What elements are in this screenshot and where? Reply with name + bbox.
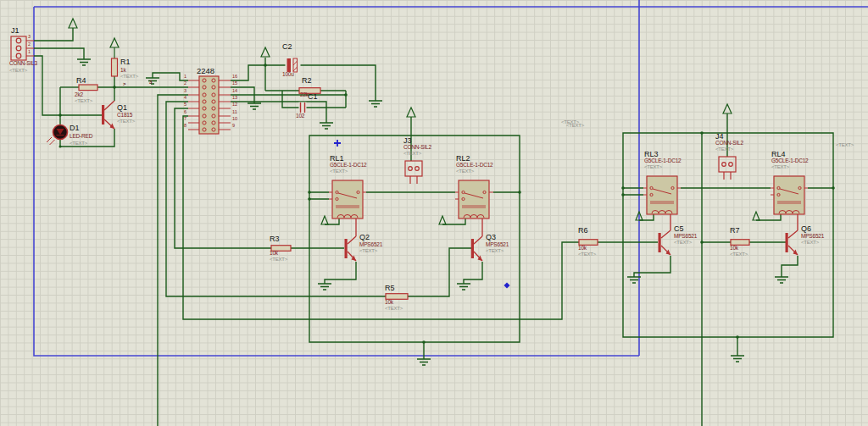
- text-placeholder: <TEXT>: [486, 248, 504, 253]
- label-rl3-value[interactable]: G5CLE-1-DC12: [644, 158, 681, 164]
- q3-transistor[interactable]: [471, 219, 482, 261]
- label-r4-ref[interactable]: R4: [76, 77, 86, 85]
- label-j1-ref[interactable]: J1: [11, 27, 19, 35]
- label-q6-value[interactable]: MPS6521: [801, 234, 824, 240]
- rl2-relay[interactable]: [455, 180, 493, 219]
- marker-diamond-icon: [504, 282, 509, 288]
- power-arrow-icon: [321, 216, 328, 224]
- rl1-relay[interactable]: [329, 180, 366, 219]
- header-pin-number: 16: [232, 75, 237, 80]
- power-arrow-icon: [439, 216, 446, 224]
- header-pin-number: 3: [180, 89, 186, 94]
- label-r4-value[interactable]: 2k2: [75, 92, 83, 98]
- label-r3-ref[interactable]: R3: [270, 235, 280, 243]
- header-pin-number: 7: [180, 117, 186, 122]
- label-r5-value[interactable]: 10k: [385, 300, 393, 306]
- j1-pin-number: 3: [28, 35, 31, 40]
- label-d1-value[interactable]: LED-RED: [70, 134, 92, 140]
- text-placeholder: <TEXT>: [715, 147, 733, 152]
- j1-pin-number: 2: [28, 42, 31, 47]
- wires[interactable]: [34, 28, 833, 426]
- text-placeholder: <TEXT>: [836, 142, 854, 147]
- header-2248[interactable]: [188, 76, 231, 134]
- label-j4-value[interactable]: CONN-SIL2: [715, 141, 743, 147]
- text-placeholder: <TEXT>: [403, 151, 421, 156]
- label-r3-value[interactable]: 10k: [270, 251, 278, 257]
- ground-icon: [320, 123, 333, 129]
- header-pin-number: 6: [180, 110, 186, 115]
- label-rl1-value[interactable]: G5CLE-1-DC12: [330, 163, 366, 169]
- label-c5-value[interactable]: MPS6521: [674, 234, 697, 240]
- label-r7-value[interactable]: 10k: [730, 246, 738, 252]
- header-pin-number: 9: [232, 124, 235, 129]
- r4-resistor[interactable]: [79, 85, 97, 91]
- label-q3-value[interactable]: MPS6521: [486, 242, 509, 248]
- q2-transistor[interactable]: [345, 219, 357, 261]
- label-d1-ref[interactable]: D1: [70, 124, 80, 132]
- j3-connector[interactable]: [405, 161, 422, 184]
- text-placeholder: <TEXT>: [359, 248, 377, 253]
- label-j3-value[interactable]: CONN-SIL2: [403, 145, 431, 151]
- ground-icon: [369, 101, 382, 107]
- label-q3-ref[interactable]: Q3: [486, 234, 496, 241]
- header-pin-number: 1: [180, 75, 186, 80]
- power-arrow-icon: [407, 108, 415, 117]
- r1-resistor[interactable]: [112, 58, 118, 76]
- c1-capacitor[interactable]: [299, 102, 307, 113]
- text-placeholder: <TEXT>: [385, 306, 403, 311]
- label-r2-value[interactable]: 22k: [300, 92, 309, 98]
- schematic-canvas: J1 R1 R4 Q1 D1 2248 C2 R2 C1 J3 RL1 RL2 …: [0, 0, 868, 426]
- text-placeholder: <TEXT>: [75, 98, 92, 103]
- header-pin-number: 2: [180, 81, 186, 86]
- d1-led[interactable]: [47, 125, 68, 146]
- label-r5-ref[interactable]: R5: [385, 285, 395, 292]
- label-r7-ref[interactable]: R7: [730, 227, 740, 235]
- schematic-drawing: [0, 0, 868, 426]
- rl3-relay[interactable]: [643, 176, 681, 214]
- wire-mark: 3: [149, 80, 152, 85]
- label-c1-value[interactable]: 102: [296, 113, 304, 119]
- label-q1-ref[interactable]: Q1: [117, 104, 127, 112]
- label-q6-ref[interactable]: Q6: [801, 225, 811, 233]
- label-q2-value[interactable]: MPS6521: [359, 242, 382, 248]
- text-placeholder: <TEXT>: [801, 240, 819, 245]
- text-placeholder: <TEXT>: [70, 141, 87, 146]
- j4-connector[interactable]: [719, 157, 736, 180]
- label-header-ref[interactable]: 2248: [197, 67, 214, 75]
- j1-connector[interactable]: [11, 36, 34, 60]
- q6-transistor[interactable]: [786, 214, 798, 255]
- header-pin-number: 14: [232, 89, 237, 94]
- ground-icon: [457, 284, 470, 290]
- ground-icon: [77, 59, 91, 65]
- ground-icon: [775, 277, 788, 283]
- label-r2-ref[interactable]: R2: [302, 77, 312, 85]
- label-rl4-value[interactable]: G5CLE-1-DC12: [771, 158, 808, 164]
- label-rl2-value[interactable]: G5CLE-1-DC12: [456, 163, 492, 169]
- header-pin-number: 8: [180, 124, 186, 129]
- rl4-relay[interactable]: [771, 176, 808, 214]
- label-q1-value[interactable]: C1815: [117, 113, 132, 119]
- sheet-border: [34, 0, 868, 356]
- label-j1-value[interactable]: CONN-SIL3: [9, 61, 37, 67]
- ground-icon: [731, 356, 744, 362]
- c5-transistor[interactable]: [659, 214, 671, 255]
- q1-transistor[interactable]: [102, 101, 114, 129]
- header-pin-number: 15: [232, 81, 237, 86]
- label-c2-value[interactable]: 100u: [282, 72, 294, 78]
- label-r6-ref[interactable]: R6: [578, 227, 588, 235]
- label-c2-ref[interactable]: C2: [282, 43, 292, 51]
- label-r1-value[interactable]: 1k: [120, 68, 125, 74]
- label-q2-ref[interactable]: Q2: [359, 234, 370, 241]
- text-placeholder: <TEXT>: [9, 68, 27, 73]
- power-arrow-icon: [261, 47, 270, 57]
- text-placeholder: <TEXT>: [578, 252, 596, 257]
- text-placeholder: <TEXT>: [771, 164, 789, 169]
- power-arrow-icon: [753, 212, 760, 220]
- header-pin-number: 5: [180, 102, 186, 108]
- label-r1-ref[interactable]: R1: [120, 58, 131, 66]
- label-c1-ref[interactable]: C1: [308, 93, 318, 101]
- label-r6-value[interactable]: 10k: [578, 246, 587, 252]
- label-c5-ref[interactable]: C5: [674, 225, 684, 233]
- header-pin-number: 12: [232, 102, 237, 108]
- ground-icon: [318, 284, 331, 290]
